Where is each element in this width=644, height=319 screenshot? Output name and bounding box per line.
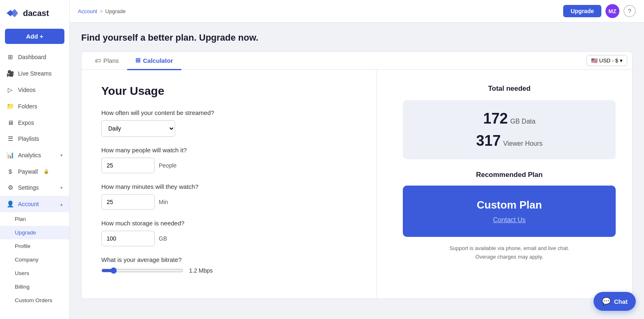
sidebar-subitem-custom-orders[interactable]: Custom Orders bbox=[0, 294, 69, 307]
viewer-hours-row: 317 Viewer Hours bbox=[419, 132, 599, 149]
usage-panel: Your Usage How often will your content b… bbox=[82, 70, 377, 298]
sidebar-item-analytics[interactable]: 📊 Analytics ▾ bbox=[0, 147, 69, 163]
lock-icon: 🔒 bbox=[43, 169, 49, 174]
topbar-right: Upgrade MZ ? bbox=[563, 4, 636, 18]
support-note: Support is available via phone, email an… bbox=[450, 245, 569, 251]
usage-title: Your Usage bbox=[101, 85, 356, 98]
gb-data-row: 172 GB Data bbox=[419, 110, 599, 127]
account-icon: 👤 bbox=[7, 200, 14, 208]
sidebar-item-settings[interactable]: ⚙ Settings ▾ bbox=[0, 179, 69, 196]
currency-chevron: ▾ bbox=[620, 57, 623, 64]
help-icon[interactable]: ? bbox=[623, 5, 636, 17]
sub-item-label: Custom Orders bbox=[15, 297, 53, 303]
live-streams-icon: 🎥 bbox=[7, 70, 14, 77]
bitrate-slider[interactable] bbox=[101, 267, 183, 274]
topbar: Account > Upgrade Upgrade MZ ? bbox=[70, 0, 644, 23]
folders-icon: 📁 bbox=[7, 103, 14, 110]
storage-unit: GB bbox=[159, 235, 167, 242]
sub-item-label: Billing bbox=[15, 284, 30, 290]
main-content: Account > Upgrade Upgrade MZ ? Find your… bbox=[70, 0, 644, 319]
minutes-label: How many minutes will they watch? bbox=[101, 183, 356, 190]
upgrade-button[interactable]: Upgrade bbox=[563, 5, 601, 17]
frequency-label: How often will your content be streamed? bbox=[101, 109, 356, 116]
sidebar-item-label: Paywall bbox=[18, 168, 38, 175]
sidebar-subitem-upgrade[interactable]: Upgrade bbox=[0, 226, 69, 239]
sub-item-label: Plan bbox=[15, 216, 26, 222]
total-box: 172 GB Data 317 Viewer Hours bbox=[403, 100, 616, 159]
chat-button[interactable]: 💬 Chat bbox=[594, 292, 636, 311]
sidebar-item-label: Folders bbox=[18, 103, 37, 110]
plans-tab-icon: 🏷 bbox=[95, 57, 101, 64]
sidebar-item-label: Dashboard bbox=[18, 54, 46, 60]
plan-name: Custom Plan bbox=[419, 199, 599, 211]
dashboard-icon: ⊞ bbox=[7, 53, 14, 61]
tab-plans[interactable]: 🏷 Plans bbox=[87, 52, 127, 70]
settings-icon: ⚙ bbox=[7, 184, 14, 191]
playlists-icon: ☰ bbox=[7, 135, 14, 142]
expos-icon: 🖥 bbox=[7, 119, 14, 126]
viewers-group: How many people will watch it? People bbox=[101, 147, 356, 173]
avatar[interactable]: MZ bbox=[605, 4, 619, 18]
sidebar-subitem-profile[interactable]: Profile bbox=[0, 239, 69, 253]
sidebar-subitem-company[interactable]: Company bbox=[0, 253, 69, 266]
sub-item-label: Company bbox=[15, 257, 39, 263]
analytics-icon: 📊 bbox=[7, 151, 14, 159]
tabs-container: 🏷 Plans ⊞ Calculator 🇺🇸 USD - $ ▾ bbox=[81, 51, 633, 69]
sidebar-item-folders[interactable]: 📁 Folders bbox=[0, 98, 69, 115]
page-title: Find yourself a better plan. Upgrade now… bbox=[81, 32, 633, 43]
viewer-hours-unit: Viewer Hours bbox=[503, 140, 543, 147]
calculator-tab-icon: ⊞ bbox=[135, 57, 141, 64]
total-needed-title: Total needed bbox=[488, 85, 531, 93]
tab-calculator-label: Calculator bbox=[143, 57, 173, 64]
sub-item-label: Profile bbox=[15, 243, 30, 249]
sidebar-item-account[interactable]: 👤 Account ▴ bbox=[0, 196, 69, 212]
chevron-down-icon: ▾ bbox=[60, 153, 63, 158]
sidebar-item-playlists[interactable]: ☰ Playlists bbox=[0, 131, 69, 147]
sidebar-nav: ⊞ Dashboard 🎥 Live Streams ▷ Videos 📁 Fo… bbox=[0, 49, 69, 319]
storage-label: How much storage is needed? bbox=[101, 220, 356, 227]
minutes-unit: Min bbox=[159, 199, 168, 205]
add-button[interactable]: Add + bbox=[5, 29, 64, 44]
viewers-input[interactable] bbox=[101, 158, 155, 173]
plan-card: Custom Plan Contact Us bbox=[403, 186, 616, 237]
sidebar: dacast Add + ⊞ Dashboard 🎥 Live Streams … bbox=[0, 0, 70, 319]
sidebar-item-live-streams[interactable]: 🎥 Live Streams bbox=[0, 65, 69, 82]
breadcrumb-account[interactable]: Account bbox=[78, 8, 97, 14]
sidebar-item-label: Expos bbox=[18, 119, 34, 126]
tab-plans-label: Plans bbox=[103, 57, 119, 64]
overage-note: Overage charges may apply. bbox=[475, 254, 543, 260]
chevron-up-icon: ▴ bbox=[60, 202, 63, 207]
storage-input[interactable] bbox=[101, 231, 155, 246]
viewers-unit: People bbox=[159, 162, 177, 169]
sidebar-item-label: Videos bbox=[18, 87, 36, 93]
minutes-group: How many minutes will they watch? Min bbox=[101, 183, 356, 210]
logo: dacast bbox=[0, 0, 69, 26]
sub-item-label: Upgrade bbox=[15, 229, 36, 236]
breadcrumb-current: Upgrade bbox=[105, 8, 126, 14]
flag-icon: 🇺🇸 bbox=[591, 57, 598, 64]
dacast-logo-icon bbox=[7, 7, 20, 19]
chat-bubble-icon: 💬 bbox=[602, 297, 611, 306]
storage-group: How much storage is needed? GB bbox=[101, 220, 356, 246]
currency-selector[interactable]: 🇺🇸 USD - $ ▾ bbox=[587, 55, 627, 66]
viewers-label: How many people will watch it? bbox=[101, 147, 356, 154]
minutes-input[interactable] bbox=[101, 194, 155, 210]
tab-calculator[interactable]: ⊞ Calculator bbox=[127, 52, 181, 70]
sidebar-subitem-plan[interactable]: Plan bbox=[0, 212, 69, 226]
sidebar-item-expos[interactable]: 🖥 Expos bbox=[0, 115, 69, 131]
sub-item-label: Users bbox=[15, 270, 29, 276]
sidebar-item-videos[interactable]: ▷ Videos bbox=[0, 82, 69, 98]
sidebar-subitem-users[interactable]: Users bbox=[0, 266, 69, 280]
plan-contact-link[interactable]: Contact Us bbox=[419, 216, 599, 224]
sidebar-item-dashboard[interactable]: ⊞ Dashboard bbox=[0, 49, 69, 65]
bitrate-label: What is your average bitrate? bbox=[101, 256, 356, 263]
sidebar-item-paywall[interactable]: $ Paywall 🔒 bbox=[0, 163, 69, 179]
sidebar-subitem-billing[interactable]: Billing bbox=[0, 280, 69, 294]
calculator-container: Your Usage How often will your content b… bbox=[81, 69, 633, 299]
frequency-group: How often will your content be streamed?… bbox=[101, 109, 356, 137]
sidebar-item-label: Settings bbox=[18, 184, 39, 191]
frequency-select[interactable]: Daily Weekly Monthly Yearly bbox=[101, 120, 175, 137]
bitrate-value: 1.2 Mbps bbox=[189, 267, 213, 274]
sidebar-item-label: Analytics bbox=[18, 152, 41, 158]
currency-label: USD - $ bbox=[599, 57, 618, 64]
